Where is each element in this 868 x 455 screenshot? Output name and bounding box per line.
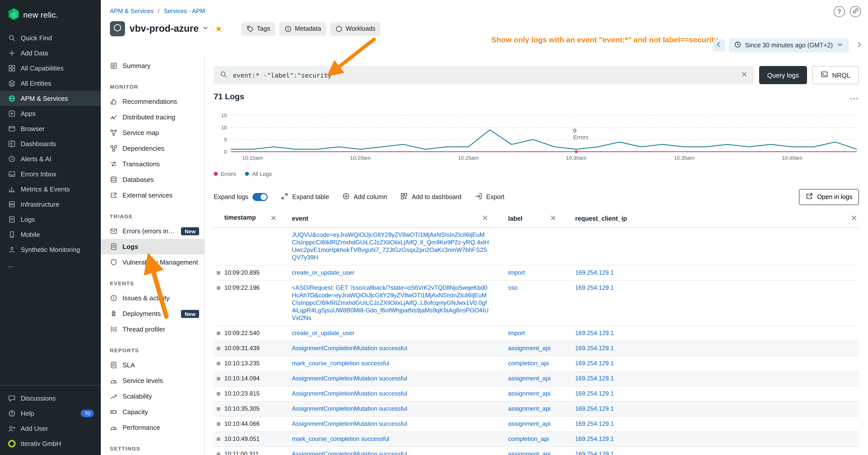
- remove-column-label-icon[interactable]: [550, 214, 557, 223]
- favorite-star-icon[interactable]: ★: [215, 24, 223, 34]
- export-button[interactable]: Export: [474, 193, 504, 201]
- log-label-link[interactable]: import: [508, 269, 525, 276]
- log-label-link[interactable]: assignment_api: [508, 345, 551, 352]
- subnav-item-vulnerability-management[interactable]: Vulnerability Management: [101, 255, 204, 270]
- sidebar-item-help[interactable]: Help70: [0, 405, 101, 421]
- query-logs-button[interactable]: Query logs: [759, 66, 807, 84]
- log-event-link[interactable]: AssignmentCompletionMutation successful: [292, 405, 489, 413]
- legend-item-all-logs[interactable]: All Logs: [245, 171, 272, 177]
- clear-query-icon[interactable]: [741, 70, 748, 80]
- subnav-item-scalability[interactable]: Scalability: [101, 389, 204, 404]
- sidebar-item-quick-find[interactable]: Quick Find: [0, 30, 101, 45]
- subnav-item-capacity[interactable]: Capacity: [101, 404, 204, 420]
- log-row[interactable]: 10:10:14.094AssignmentCompletionMutation…: [214, 371, 859, 387]
- log-label-link[interactable]: assignment_api: [508, 420, 551, 427]
- remove-column-event-icon[interactable]: [482, 214, 489, 223]
- log-event-link[interactable]: create_or_update_user: [292, 269, 489, 277]
- log-ip-link[interactable]: 169.254.129.1: [575, 405, 614, 412]
- log-event-link[interactable]: mark_course_completion successful: [292, 435, 489, 443]
- subnav-item-databases[interactable]: Databases: [101, 172, 204, 188]
- subnav-item-performance[interactable]: Performance: [101, 420, 204, 435]
- sidebar-item-synthetic-monitoring[interactable]: Synthetic Monitoring: [0, 242, 101, 257]
- sidebar-item-iterativ-gmbh[interactable]: Iterativ GmbH: [0, 436, 101, 451]
- subnav-item-recommendations[interactable]: Recommendations: [101, 94, 204, 109]
- log-ip-link[interactable]: 169.254.129.1: [575, 329, 614, 336]
- time-back-button[interactable]: [713, 39, 725, 52]
- subnav-item-issues-activity[interactable]: Issues & activity: [101, 290, 204, 306]
- log-ip-link[interactable]: 169.254.129.1: [575, 345, 614, 352]
- time-picker[interactable]: Since 30 minutes ago (GMT+2): [729, 38, 849, 53]
- sidebar-item-apps[interactable]: Apps: [0, 106, 101, 121]
- log-ip-link[interactable]: 169.254.129.1: [575, 420, 614, 427]
- log-row[interactable]: 10:10:13.235mark_course_completion succe…: [214, 356, 859, 371]
- subnav-item-distributed-tracing[interactable]: Distributed tracing: [101, 109, 204, 125]
- log-row[interactable]: 10:10:35.305AssignmentCompletionMutation…: [214, 401, 859, 417]
- permalink-icon[interactable]: [850, 6, 861, 17]
- column-header-timestamp[interactable]: timestamp: [224, 214, 256, 221]
- subnav-item-dependencies[interactable]: Dependencies: [101, 140, 204, 156]
- column-header-request-client-ip[interactable]: request_client_ip: [575, 215, 627, 222]
- subnav-item-transactions[interactable]: Transactions: [101, 156, 204, 172]
- log-row[interactable]: 10:11:00.311AssignmentCompletionMutation…: [214, 447, 859, 455]
- pill-workloads[interactable]: Workloads: [330, 22, 380, 35]
- subnav-item-summary[interactable]: Summary: [101, 58, 204, 73]
- sidebar-item-logs[interactable]: Logs: [0, 212, 101, 227]
- log-label-link[interactable]: sso: [508, 284, 518, 291]
- log-row[interactable]: 10:10:23.815AssignmentCompletionMutation…: [214, 387, 859, 401]
- sidebar-item-errors-inbox[interactable]: Errors Inbox: [0, 166, 101, 182]
- log-row[interactable]: 10:09:31.439AssignmentCompletionMutation…: [214, 341, 859, 356]
- legend-item-errors[interactable]: Errors: [214, 171, 236, 177]
- add-column-button[interactable]: Add column: [342, 193, 387, 201]
- sidebar-item-add-user[interactable]: Add User: [0, 421, 101, 436]
- subnav-item-external-services[interactable]: External services: [101, 188, 204, 203]
- time-forward-button[interactable]: [853, 39, 865, 52]
- subnav-item-service-map[interactable]: Service map: [101, 125, 204, 140]
- log-row[interactable]: 10:09:22.540create_or_update_userimport1…: [214, 326, 859, 341]
- column-header-event[interactable]: event: [292, 215, 308, 222]
- sidebar-item-all-capabilities[interactable]: All Capabilities: [0, 61, 101, 75]
- log-row[interactable]: 10:09:20.895create_or_update_userimport1…: [214, 265, 859, 281]
- remove-column-request-client-ip-icon[interactable]: [850, 214, 858, 223]
- sidebar-item-all-entities[interactable]: All Entities: [0, 75, 101, 91]
- expand-logs-toggle[interactable]: Expand logs: [214, 193, 268, 201]
- nrql-button[interactable]: NRQL: [812, 66, 859, 84]
- expand-table-button[interactable]: Expand table: [281, 193, 329, 201]
- log-label-link[interactable]: assignment_api: [508, 390, 551, 397]
- log-event-link[interactable]: AssignmentCompletionMutation successful: [292, 390, 489, 397]
- subnav-item-sla[interactable]: SLA: [101, 357, 204, 373]
- log-label-link[interactable]: completion_api: [508, 360, 549, 367]
- log-event-link[interactable]: JUQVU&code=eyJraWQiOiJjcGltY29yZV8wOTl1M…: [292, 231, 489, 261]
- log-event-link[interactable]: AssignmentCompletionMutation successful: [292, 420, 489, 428]
- log-ip-link[interactable]: 169.254.129.1: [575, 269, 614, 276]
- breadcrumb-services-apm[interactable]: Services - APM: [163, 7, 205, 14]
- log-row[interactable]: 10:10:44.066AssignmentCompletionMutation…: [214, 417, 859, 432]
- log-row[interactable]: 10:09:22.196<ASGIRequest: GET '/sso/call…: [214, 281, 859, 326]
- sidebar-item-alerts-ai[interactable]: Alerts & AI: [0, 151, 101, 166]
- log-label-link[interactable]: assignment_api: [508, 451, 551, 455]
- sidebar-item-infrastructure[interactable]: Infrastructure: [0, 196, 101, 212]
- log-ip-link[interactable]: 169.254.129.1: [575, 451, 614, 455]
- subnav-item-service-levels[interactable]: Service levels: [101, 373, 204, 389]
- remove-column-timestamp-icon[interactable]: [270, 214, 277, 223]
- sidebar-item-dashboards[interactable]: Dashboards: [0, 136, 101, 151]
- sidebar-item-more[interactable]: ...: [0, 257, 101, 272]
- sidebar-item-apm-services[interactable]: APM & Services: [0, 91, 101, 106]
- sidebar-item-metrics-events[interactable]: Metrics & Events: [0, 182, 101, 196]
- logs-query-input[interactable]: [232, 71, 736, 79]
- log-event-link[interactable]: <ASGIRequest: GET '/sso/callback/?state=…: [292, 284, 489, 322]
- pill-metadata[interactable]: Metadata: [279, 22, 326, 35]
- entity-chevron-down-icon[interactable]: [202, 24, 210, 33]
- logs-more-menu[interactable]: ...: [850, 93, 859, 101]
- log-row[interactable]: 10:10:49.051mark_course_completion succe…: [214, 432, 859, 447]
- sidebar-item-mobile[interactable]: Mobile: [0, 227, 101, 242]
- log-ip-link[interactable]: 169.254.129.1: [575, 360, 614, 367]
- log-ip-link[interactable]: 169.254.129.1: [575, 435, 614, 443]
- toggle-on-icon[interactable]: [252, 193, 268, 201]
- logs-query-bar[interactable]: [214, 66, 754, 84]
- log-label-link[interactable]: import: [508, 329, 525, 336]
- log-ip-link[interactable]: 169.254.129.1: [575, 284, 614, 291]
- log-ip-link[interactable]: 169.254.129.1: [575, 375, 614, 382]
- log-event-link[interactable]: mark_course_completion successful: [292, 360, 489, 367]
- log-label-link[interactable]: completion_api: [508, 435, 549, 443]
- add-to-dashboard-button[interactable]: Add to dashboard: [400, 193, 462, 201]
